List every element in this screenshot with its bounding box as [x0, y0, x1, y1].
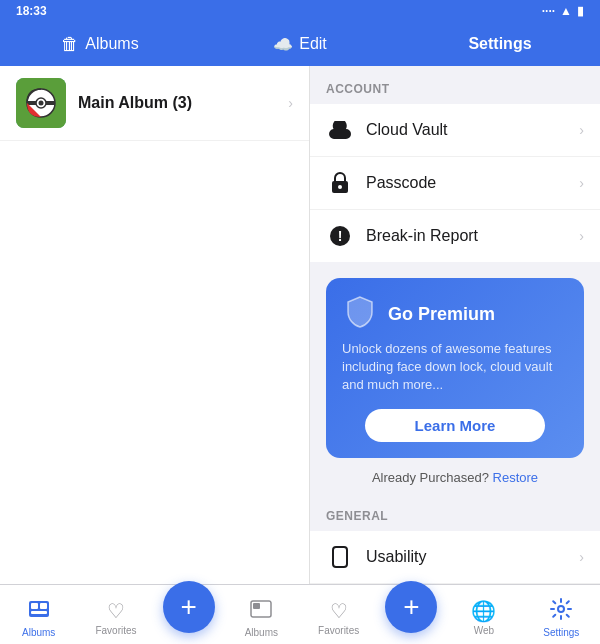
premium-card: 🏆 Go Premium Unlock dozens of awesome fe… [326, 278, 584, 458]
svg-text:!: ! [338, 228, 343, 244]
edit-tab-label: Edit [299, 35, 327, 53]
passcode-item[interactable]: Passcode › [310, 157, 600, 210]
premium-title: Go Premium [388, 304, 495, 325]
usability-chevron: › [579, 549, 584, 565]
status-time-left: 18:33 [16, 4, 47, 18]
usability-item[interactable]: Usability › [310, 531, 600, 584]
album-chevron-icon: › [288, 95, 293, 111]
tab-header: 🗑 Albums ☁️ Edit Settings [0, 22, 600, 66]
cloud-icon: ☁️ [273, 35, 293, 54]
settings-tab-text: Settings [543, 627, 579, 638]
tab-albums-right[interactable]: Albums [223, 585, 300, 644]
general-section-header: GENERAL [310, 493, 600, 531]
svg-rect-10 [333, 547, 347, 567]
settings-tab-header[interactable]: Settings [400, 35, 600, 53]
main-content: Main Album (3) › ACCOUNT Cloud Vault › [0, 66, 600, 584]
plus-button-right-container: + [377, 585, 445, 644]
svg-rect-16 [31, 611, 47, 614]
bottom-tab-bar: Albums ♡ Favorites + Albums ♡ Favorites … [0, 584, 600, 644]
cloud-vault-item[interactable]: Cloud Vault › [310, 104, 600, 157]
breakin-report-label: Break-in Report [366, 227, 567, 245]
cloud-vault-label: Cloud Vault [366, 121, 567, 139]
album-title: Main Album (3) [78, 94, 276, 112]
premium-shield-icon: 🏆 [342, 294, 378, 334]
edit-tab-header[interactable]: ☁️ Edit [200, 35, 400, 54]
album-info: Main Album (3) [78, 94, 276, 112]
premium-card-header: 🏆 Go Premium [342, 294, 568, 334]
favorites-tab-text-right: Favorites [318, 625, 359, 636]
left-panel: Main Album (3) › [0, 66, 310, 584]
svg-rect-15 [40, 603, 47, 609]
cloud-vault-icon [326, 116, 354, 144]
add-button-right[interactable]: + [385, 581, 437, 633]
tab-favorites-right[interactable]: ♡ Favorites [300, 585, 377, 644]
plus-button-left-container: + [155, 585, 223, 644]
tab-settings-right[interactable]: Settings [523, 585, 600, 644]
cloud-vault-chevron: › [579, 122, 584, 138]
tab-albums[interactable]: Albums [0, 585, 77, 644]
general-settings-group: Usability › Theme System › [310, 531, 600, 584]
wifi-icon: ▲ [560, 4, 572, 18]
breakin-report-item[interactable]: ! Break-in Report › [310, 210, 600, 262]
albums-right-tab-text: Albums [245, 627, 278, 638]
passcode-chevron: › [579, 175, 584, 191]
web-tab-icon: 🌐 [471, 599, 496, 623]
svg-rect-14 [31, 603, 38, 609]
web-tab-text: Web [474, 625, 494, 636]
breakin-report-icon: ! [326, 222, 354, 250]
battery-icon: ▮ [577, 4, 584, 18]
album-thumb [16, 78, 66, 128]
usability-icon [326, 543, 354, 571]
svg-rect-18 [253, 603, 260, 609]
tab-favorites-left[interactable]: ♡ Favorites [77, 585, 154, 644]
learn-more-button[interactable]: Learn More [365, 409, 546, 442]
passcode-icon [326, 169, 354, 197]
restore-link[interactable]: Restore [493, 470, 539, 485]
already-purchased-row: Already Purchased? Restore [326, 470, 584, 489]
settings-tab-label: Settings [468, 35, 531, 53]
settings-panel: ACCOUNT Cloud Vault › [310, 66, 600, 584]
album-item[interactable]: Main Album (3) › [0, 66, 309, 141]
svg-point-4 [39, 101, 44, 106]
svg-point-19 [558, 606, 564, 612]
status-bar: 18:33 ···· ▲ ▮ [0, 0, 600, 22]
account-settings-group: Cloud Vault › Passcode › [310, 104, 600, 262]
signal-icon: ···· [542, 4, 555, 18]
breakin-report-chevron: › [579, 228, 584, 244]
status-right: ···· ▲ ▮ [542, 4, 584, 18]
trash-icon: 🗑 [61, 34, 79, 55]
settings-tab-icon [550, 598, 572, 625]
albums-tab-text: Albums [22, 627, 55, 638]
favorites-tab-icon-left: ♡ [107, 599, 125, 623]
add-button-left[interactable]: + [163, 581, 215, 633]
already-purchased-text: Already Purchased? [372, 470, 489, 485]
account-section-header: ACCOUNT [310, 66, 600, 104]
premium-description: Unlock dozens of awesome features includ… [342, 340, 568, 395]
favorites-tab-icon-right: ♡ [330, 599, 348, 623]
albums-right-tab-icon [250, 598, 272, 625]
favorites-tab-text-left: Favorites [95, 625, 136, 636]
svg-point-6 [338, 185, 342, 189]
passcode-label: Passcode [366, 174, 567, 192]
albums-tab-header[interactable]: 🗑 Albums [0, 34, 200, 55]
albums-tab-icon [28, 598, 50, 625]
usability-label: Usability [366, 548, 567, 566]
albums-tab-label: Albums [85, 35, 138, 53]
tab-web-right[interactable]: 🌐 Web [445, 585, 522, 644]
